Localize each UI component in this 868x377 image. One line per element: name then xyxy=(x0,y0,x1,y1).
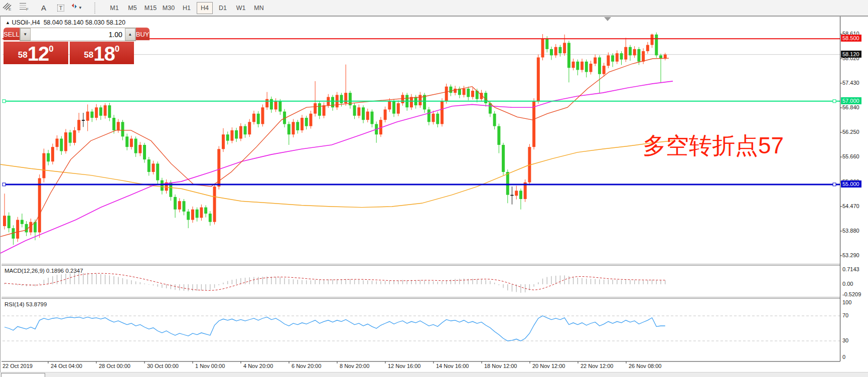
candle-body xyxy=(305,118,308,126)
candle-body xyxy=(69,132,72,143)
candle-body xyxy=(239,126,242,139)
candle-body xyxy=(156,163,159,180)
candle-body xyxy=(633,49,636,55)
candle-body xyxy=(637,49,640,62)
candle-body xyxy=(292,122,295,134)
candle-body xyxy=(607,55,610,66)
candle-body xyxy=(616,53,619,62)
candle-body xyxy=(646,45,649,51)
candle-body xyxy=(611,55,614,61)
candle-body xyxy=(392,101,395,114)
volume-input[interactable] xyxy=(31,28,125,41)
candle-body xyxy=(410,97,413,107)
timeframe-button-w1[interactable]: W1 xyxy=(233,2,249,14)
candle-body xyxy=(545,39,548,49)
date-axis-label: 6 Nov 20:00 xyxy=(292,363,321,369)
annotation-text[interactable]: 多空转折点57 xyxy=(643,130,784,161)
text-label-icon[interactable]: A xyxy=(36,2,51,14)
candle-body xyxy=(183,201,186,212)
price-axis-badge: 57.000 xyxy=(841,97,861,104)
candle-body xyxy=(60,139,63,151)
candle-body xyxy=(357,107,360,116)
date-axis-label: 26 Nov 08:00 xyxy=(629,363,661,369)
candle-body xyxy=(8,216,11,228)
candle-body xyxy=(204,208,207,214)
macd-axis-label: -0.5209 xyxy=(842,291,861,297)
candle-body xyxy=(287,124,291,134)
candle-body xyxy=(134,139,137,153)
candle-body xyxy=(209,214,212,222)
date-axis-label: 22 Nov 12:00 xyxy=(581,363,613,369)
candle-body xyxy=(532,101,535,147)
buy-price-prefix: 58 xyxy=(84,48,93,63)
candle-body xyxy=(244,126,247,135)
crosshair-study-icon[interactable]: E xyxy=(2,2,17,14)
candle-body xyxy=(235,130,238,139)
timeframe-button-h1[interactable]: H1 xyxy=(179,2,195,14)
candle-body xyxy=(581,62,584,70)
arrows-tool-icon[interactable]: ▼ xyxy=(70,2,89,14)
scrollbar-thumb[interactable] xyxy=(1,373,45,377)
timeframe-button-h4[interactable]: H4 xyxy=(197,2,213,14)
horizontal-scrollbar[interactable] xyxy=(0,372,868,377)
candle-body xyxy=(502,145,505,172)
candle-body xyxy=(178,201,181,210)
buy-button[interactable]: BUY xyxy=(136,28,150,41)
grid-f-icon[interactable]: F xyxy=(19,2,34,14)
one-click-trading-panel: SELL ▼ ▲ BUY 58 12 0 58 18 0 xyxy=(4,28,134,64)
text-box-icon[interactable]: T xyxy=(53,2,68,14)
price-axis-badge: 58.500 xyxy=(841,35,861,42)
candle-body xyxy=(370,112,373,124)
timeframe-button-d1[interactable]: D1 xyxy=(215,2,231,14)
candle-body xyxy=(16,220,19,239)
timeframe-button-m30[interactable]: M30 xyxy=(161,2,177,14)
candle-body xyxy=(519,191,522,199)
candle-body xyxy=(388,101,391,110)
price-axis-label: 56.840 xyxy=(842,104,859,110)
candle-body xyxy=(572,62,575,68)
date-axis-label: 28 Oct 00:00 xyxy=(99,363,130,369)
price-axis-badge: 58.120 xyxy=(841,51,861,58)
t-glyph: T xyxy=(57,5,65,12)
price-axis-label: 56.250 xyxy=(842,129,859,135)
sell-price-display[interactable]: 58 12 0 xyxy=(4,42,68,64)
candle-body xyxy=(257,114,260,124)
candle-body xyxy=(537,58,540,101)
timeframe-button-mn[interactable]: MN xyxy=(251,2,267,14)
macd-label: MACD(12,26,9) 0.1896 0.2347 xyxy=(5,268,83,274)
candle-body xyxy=(161,180,164,191)
candle-body xyxy=(90,112,93,118)
hatch-lines-icon: E xyxy=(2,2,12,11)
candle-body xyxy=(642,51,645,62)
timeframe-button-m1[interactable]: M1 xyxy=(106,2,122,14)
moving-average-ma_fast xyxy=(1,58,669,237)
buy-price-display[interactable]: 58 18 0 xyxy=(70,42,134,64)
sell-price-digits: 12 xyxy=(28,45,49,63)
candle-body xyxy=(3,216,6,226)
price-axis-label: 55.660 xyxy=(842,153,859,159)
rsi-line xyxy=(5,316,665,341)
rsi-axis-label: 0 xyxy=(842,354,845,360)
candle-body xyxy=(222,134,225,149)
candle-body xyxy=(117,122,120,130)
sell-button[interactable]: SELL xyxy=(4,28,20,41)
candle-body xyxy=(261,107,264,124)
candle-body xyxy=(353,105,356,116)
candle-body xyxy=(344,93,347,103)
volume-increase-button[interactable]: ▲ xyxy=(125,28,135,41)
chart-plot[interactable] xyxy=(1,16,868,377)
candle-body xyxy=(541,39,544,57)
candle-body xyxy=(252,114,255,122)
candle-body xyxy=(445,87,448,101)
chart-window[interactable]: ▲ USOil-,H4 58.040 58.140 58.030 58.120 … xyxy=(0,16,868,377)
candle-body xyxy=(143,145,146,159)
candle-body xyxy=(340,95,343,103)
timeframe-button-m5[interactable]: M5 xyxy=(124,2,140,14)
date-axis-label: 14 Nov 16:00 xyxy=(436,363,469,369)
candle-body xyxy=(248,122,251,134)
candle-body xyxy=(554,47,557,56)
timeframe-button-m15[interactable]: M15 xyxy=(142,2,159,14)
candle-body xyxy=(191,210,194,220)
candle-body xyxy=(655,35,658,56)
volume-decrease-button[interactable]: ▼ xyxy=(20,28,31,41)
